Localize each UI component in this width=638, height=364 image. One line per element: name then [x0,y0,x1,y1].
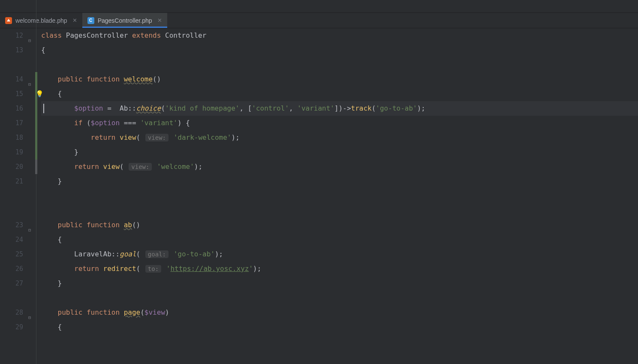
line-number: 19 [15,148,23,156]
code-line[interactable]: } [41,276,638,291]
code-line[interactable]: return view( view: 'welcome'); [41,159,638,174]
code-line[interactable]: if ($option === 'variant') { [41,116,638,130]
code-line[interactable]: public function welcome() [41,72,638,87]
fold-toggle-icon[interactable]: ⊟ [27,223,31,227]
code-line[interactable]: { [41,320,638,334]
tab-pages-controller[interactable]: C PagesController.php ✕ [82,13,167,28]
url-link[interactable]: https://ab.yosc.xyz [170,265,249,273]
tab-welcome-blade[interactable]: welcome.blade.php ✕ [0,13,82,28]
vcs-modified-marker [35,159,37,174]
line-number: 16 [15,105,23,112]
close-icon[interactable]: ✕ [72,17,77,24]
vcs-modified-marker [35,130,37,145]
line-number: 26 [15,265,23,273]
php-file-icon: C [87,17,94,24]
vcs-modified-marker [35,87,37,101]
code-line[interactable]: { [41,87,638,101]
code-line[interactable]: } [41,174,638,189]
editor-tab-bar: welcome.blade.php ✕ C PagesController.ph… [0,13,638,28]
fold-toggle-icon[interactable]: ⊟ [27,33,31,38]
code-line-current[interactable]: $option = Ab::choice('kind of homepage',… [41,101,638,116]
line-number: 25 [15,250,23,258]
code-line[interactable]: return redirect( to: 'https://ab.yosc.xy… [41,262,638,276]
tab-label: PagesController.php [98,17,152,24]
blade-file-icon [5,17,12,24]
window-titlebar [0,0,638,13]
inlay-hint: view: [145,134,169,141]
code-line[interactable]: return view( view: 'dark-welcome'); [41,130,638,145]
code-line[interactable]: LaravelAb::goal( goal: 'go-to-ab'); [41,247,638,262]
line-number: 21 [15,177,23,185]
fold-toggle-icon[interactable]: ⊟ [27,310,31,315]
line-number: 29 [15,323,23,331]
inlay-hint: view: [129,163,152,171]
line-number: 27 [15,280,23,287]
code-line[interactable]: { [41,232,638,247]
line-number: 23 [15,221,23,229]
line-number: 28 [15,309,23,316]
code-line[interactable] [41,57,638,72]
vcs-modified-marker [35,145,37,159]
fold-toggle-icon[interactable]: ⊟ [27,77,31,81]
code-line[interactable]: } [41,145,638,159]
code-line[interactable]: class PagesController extends Controller [41,28,638,43]
line-number: 20 [15,163,23,171]
code-line[interactable]: { [41,43,638,57]
line-number: 12 [15,32,23,39]
tab-label: welcome.blade.php [15,17,67,24]
inlay-hint: goal: [145,250,169,258]
text-cursor [43,104,44,113]
line-number: 17 [15,119,23,127]
line-number: 15 [15,90,23,98]
close-icon[interactable]: ✕ [157,17,162,24]
code-area[interactable]: class PagesController extends Controller… [33,28,638,364]
vcs-modified-marker [35,116,37,130]
vcs-modified-marker [35,72,37,87]
line-number-gutter: 12⊟ 13 14⊟ 15💡 16 17 18 19 20 21 23⊟ 24 … [0,28,33,364]
line-number: 14 [15,75,23,83]
code-line[interactable] [41,291,638,305]
code-line[interactable] [41,203,638,218]
line-number: 24 [15,236,23,244]
code-line[interactable] [41,189,638,203]
line-number: 13 [15,46,23,54]
inlay-hint: to: [145,265,161,273]
line-number: 18 [15,134,23,141]
code-line[interactable]: public function ab() [41,218,638,232]
code-line[interactable]: public function page($view) [41,305,638,320]
vcs-modified-marker [35,101,37,116]
code-editor[interactable]: 12⊟ 13 14⊟ 15💡 16 17 18 19 20 21 23⊟ 24 … [0,28,638,364]
